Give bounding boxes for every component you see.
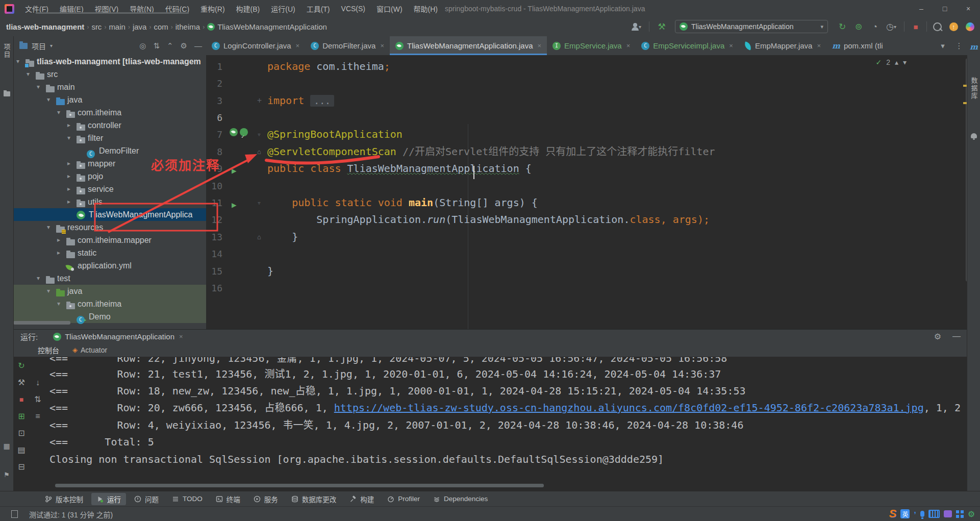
debug-button[interactable]: ⊚ [851, 17, 866, 36]
coverage-button[interactable]: ⊞ [18, 408, 24, 425]
close-icon[interactable]: × [179, 333, 183, 340]
tab-empmapper[interactable]: EmpMapper.java× [739, 36, 826, 55]
toolwindow-terminal[interactable]: 终端 [211, 493, 245, 505]
locate-file-button[interactable]: ◎ [139, 41, 146, 51]
tab-options-kebab[interactable]: ⋮ [951, 36, 967, 55]
tree-item-java[interactable]: ▾java [13, 93, 206, 106]
soft-wrap-icon[interactable]: ⇅ [34, 391, 41, 408]
ime-chat-icon[interactable] [944, 510, 952, 517]
breadcrumb-main[interactable]: main [109, 22, 125, 31]
tree-item-src[interactable]: ▾src [13, 68, 206, 81]
menu-build[interactable]: 构建(B) [231, 0, 266, 17]
menu-refactor[interactable]: 重构(R) [195, 0, 230, 17]
layout-icon[interactable] [11, 510, 18, 518]
run-panel-minimize-button[interactable]: — [952, 332, 961, 341]
code-line[interactable]: @SpringBootApplication [267, 126, 403, 143]
toolwindow-version-control[interactable]: 版本控制 [40, 493, 88, 505]
toolwindow-services[interactable]: 服务 [248, 493, 283, 505]
code-editor[interactable]: 1package com.itheima; 2 3+import ... 6 7… [206, 55, 967, 329]
close-window-button[interactable]: × [957, 0, 980, 17]
code-line[interactable]: import ... [267, 92, 334, 109]
tab-console[interactable]: 控制台 [38, 345, 59, 355]
breadcrumb-java[interactable]: java [133, 22, 147, 31]
tab-empservice[interactable]: I EmpService.java× [547, 36, 636, 55]
database-stripe-button[interactable]: 数据库 [967, 77, 980, 100]
toolwindow-database-changes[interactable]: 数据库更改 [286, 493, 342, 505]
run-class-gutter-icon[interactable]: ▶ [232, 162, 237, 179]
breadcrumb-class[interactable]: TliasWebManagmentApplication [217, 22, 327, 31]
maven-stripe-button[interactable]: m [967, 42, 980, 52]
search-everywhere-button[interactable] [929, 17, 945, 36]
tree-item-application-yml[interactable]: application.yml [13, 259, 206, 272]
update-button[interactable]: ↑ [946, 17, 961, 36]
bookmark-stripe-button[interactable]: ⚑ [0, 471, 13, 479]
menu-vcs[interactable]: VCS(S) [336, 0, 371, 17]
menu-code[interactable]: 代码(C) [160, 0, 195, 17]
coverage-button[interactable]: ◷▾ [884, 17, 899, 36]
stop-process-button[interactable]: ■ [19, 391, 23, 408]
run-panel-settings-gear-icon[interactable]: ⚙ [934, 332, 941, 341]
tree-item-com-itheima[interactable]: ▾com.itheima [13, 106, 206, 119]
keyboard-icon[interactable] [928, 510, 940, 518]
console-output[interactable]: <== Row: 22, jinyong, 123456, 金庸, 1, 1.j… [49, 357, 967, 483]
tab-pomxml[interactable]: m pom.xml (tli [826, 36, 889, 55]
oss-image-link[interactable]: https://web-tlias-zw-study.oss-cn-hangzh… [334, 402, 924, 414]
tree-item-test-com-itheima[interactable]: ▾com.itheima [13, 297, 206, 310]
prev-problem-chevron[interactable]: ▴ [895, 58, 898, 66]
tree-item-service[interactable]: ▸service [13, 183, 206, 195]
breadcrumb-src[interactable]: src [91, 22, 102, 31]
tree-horizontal-scrollbar[interactable] [13, 321, 70, 325]
fold-marker-icon[interactable]: ▿ [257, 194, 261, 211]
tree-item-project-root[interactable]: ▾tlias-web-managment [tlias-web-managem [13, 55, 206, 68]
tree-item-test[interactable]: ▾test [13, 272, 206, 285]
close-icon[interactable]: × [538, 42, 542, 49]
sogou-logo-icon[interactable]: S [889, 507, 897, 520]
tab-logincontroller[interactable]: C LoginController.java× [206, 36, 305, 55]
ime-settings-gear-icon[interactable]: ⚙ [968, 509, 975, 519]
spring-bean-icon[interactable] [230, 128, 238, 136]
minimize-window-button[interactable]: – [910, 0, 933, 17]
tree-item-filter[interactable]: ▾filter [13, 132, 206, 144]
close-icon[interactable]: × [296, 42, 300, 49]
menu-navigate[interactable]: 导航(N) [124, 0, 159, 17]
ime-language-button[interactable]: 英 [900, 509, 910, 518]
project-stripe-button[interactable]: 项目 [0, 43, 13, 59]
close-icon[interactable]: × [626, 42, 631, 49]
code-line[interactable]: } [267, 263, 273, 280]
run-configuration-select[interactable]: TliasWebManagmentApplication ▾ [675, 20, 828, 33]
menu-help[interactable]: 帮助(H) [408, 0, 443, 17]
fold-plus-icon[interactable]: + [257, 92, 262, 109]
tab-tliaswebmanagmentapplication[interactable]: TliasWebManagmentApplication.java× [390, 36, 547, 55]
scroll-to-end-icon[interactable]: ↓ [36, 374, 40, 391]
microphone-icon[interactable] [920, 511, 924, 517]
toolwindow-todo[interactable]: TODO [167, 493, 208, 505]
run-button[interactable]: ↻ [835, 17, 850, 36]
fold-marker-icon[interactable]: ⌂ [257, 143, 261, 160]
tree-item-utils[interactable]: ▸utils [13, 195, 206, 208]
code-line[interactable]: package com.itheima; [267, 58, 390, 75]
hidden-tabs-chevron[interactable]: ▾ [935, 36, 951, 55]
breadcrumb-project[interactable]: tlias-web-managment [6, 22, 84, 31]
close-icon[interactable]: × [380, 42, 384, 49]
code-line[interactable]: SpringApplication.run(TliasWebManagmentA… [267, 211, 710, 228]
close-icon[interactable]: × [729, 42, 733, 49]
fold-marker-icon[interactable]: ⌂ [257, 229, 261, 245]
code-line[interactable]: @ServletComponentScan //开启对Servlet组件的支持 … [267, 143, 715, 160]
expand-all-button[interactable]: ⇅ [153, 41, 160, 51]
menu-run[interactable]: 运行(U) [265, 0, 300, 17]
close-icon[interactable]: × [817, 42, 821, 49]
tree-item-controller[interactable]: ▸controller [13, 119, 206, 132]
tab-empserviceimpl[interactable]: C EmpServiceimpl.java× [636, 36, 739, 55]
tree-item-main[interactable]: ▾main [13, 81, 206, 93]
spring-bean-check-icon[interactable] [240, 128, 248, 136]
tree-item-application-class[interactable]: TliasWebManagmentApplica [13, 208, 206, 221]
notifications-bell-icon[interactable] [967, 133, 980, 138]
console-horizontal-scrollbar[interactable] [55, 484, 544, 487]
menu-edit[interactable]: 编辑(E) [54, 0, 89, 17]
restore-layout-icon[interactable]: ≡ [35, 408, 40, 425]
code-line[interactable]: public class TliasWebManagmentApplicatio… [267, 160, 532, 177]
folder-stripe-icon[interactable] [0, 91, 13, 96]
tree-item-test-java[interactable]: ▾java [13, 285, 206, 297]
inspections-widget[interactable]: ✓ 2 ▴ ▾ [875, 58, 907, 66]
menu-tools[interactable]: 工具(T) [301, 0, 336, 17]
